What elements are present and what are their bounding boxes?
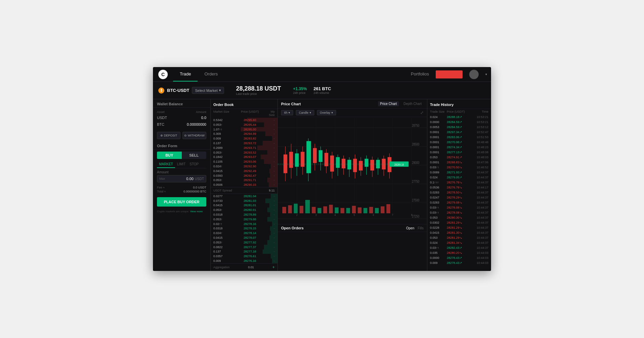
wallet-balance: Asset Amount USDT 0.0 BTC 0.00000000 — [153, 108, 210, 130]
th-row: 0.0001 28268.83↘ 10:47:06 — [427, 160, 491, 165]
svg-text:7: 7 — [392, 213, 393, 217]
aggregation-plus-button[interactable]: + — [272, 265, 275, 270]
ob-title: Order Book — [213, 103, 234, 107]
overlay-button[interactable]: Overlay ▾ — [317, 110, 336, 115]
tab-trade[interactable]: Trade — [173, 67, 198, 81]
th-row: 0.0283 28279.08↘ 10:44:37 — [427, 200, 491, 205]
ob-bid-row: 0.0415 28281.01 - — [211, 203, 277, 208]
ob-ask-row: 0.1842 28293.07 - — [211, 155, 277, 159]
app-header: C Trade Orders Portfolios ▾ — [153, 67, 491, 82]
th-row: 0.0089 28271.93↗ 10:44:37 — [427, 170, 491, 175]
sell-tab[interactable]: SELL — [182, 152, 207, 159]
ob-ask-row: 0.5342 28295.60 - — [211, 118, 277, 122]
price-change: +1.35% — [293, 87, 307, 91]
withdraw-icon: ⊖ — [184, 134, 187, 137]
amount-label: Amount — [153, 170, 210, 175]
candle-type-chevron-icon: ▾ — [310, 111, 311, 114]
ob-bid-row: 0.053↑ 28279.88 - — [211, 217, 277, 222]
depth-chart-tab[interactable]: Depth Chart — [401, 101, 424, 106]
ob-bid-row: 0.137 28277.18 - — [211, 249, 277, 254]
market-tab[interactable]: MARKET — [157, 161, 175, 168]
buy-tab[interactable]: BUY — [157, 152, 182, 159]
svg-text:27250: 27250 — [412, 214, 420, 219]
th-row: 0.1↑↑↑ 28276.78↘ 10:44:37 — [427, 180, 491, 185]
svg-rect-26 — [301, 152, 304, 167]
svg-text:4: 4 — [334, 213, 336, 217]
ob-ask-row: 0.1105 28293.06 - — [211, 159, 277, 164]
svg-rect-66 — [318, 208, 321, 213]
svg-text:5: 5 — [354, 213, 355, 217]
timeframe-button[interactable]: 6h ▾ — [281, 110, 293, 115]
tab-portfolios[interactable]: Portfolios — [404, 67, 436, 81]
order-details: Fee ≈ 0.0 USDT Total ≈ 0.00000000 BTC — [153, 184, 210, 195]
wallet-btc-asset: BTC — [157, 122, 164, 126]
oo-fills-tab[interactable]: Fills — [418, 226, 424, 230]
pair-name: BTC-USDT — [167, 88, 189, 93]
deposit-label: DEPOSIT — [164, 134, 177, 137]
price-chart-tab[interactable]: Price Chart — [378, 101, 399, 106]
volume-block: 261 BTC 24h volume — [314, 86, 331, 95]
ob-ask-row: 0.0393 28292.47 - — [211, 173, 277, 178]
spread-row: USDT Spread 9.11 — [211, 187, 277, 194]
ob-bid-row: 0.0357 28276.61 - — [211, 254, 277, 259]
ob-bid-row: 0.024↑ 28278.14 - — [211, 231, 277, 235]
svg-rect-71 — [346, 208, 350, 213]
th-row: 0.03↑↑ 28278.08↘ 10:44:37 — [427, 210, 491, 215]
spread-label: USDT Spread — [213, 189, 232, 192]
svg-rect-74 — [364, 208, 367, 213]
order-book: Order Book Market Size Price (USDT) My S… — [211, 99, 278, 271]
ob-bid-row: 0.0277 28281.04 - — [211, 194, 277, 199]
ob-bid-row: 0.02↑↑ 28278.16 - — [211, 222, 277, 226]
svg-text:6: 6 — [373, 213, 374, 217]
ob-ask-row: 1.07↑↑ 28295.00 - — [211, 127, 277, 132]
pair-info: ₿ BTC-USDT Select Market ▾ — [158, 87, 224, 94]
user-avatar[interactable] — [469, 70, 479, 79]
timeframe-label: 6h — [284, 111, 287, 114]
svg-rect-38 — [336, 157, 339, 168]
withdraw-button[interactable]: ⊖ WITHDRAW — [182, 132, 206, 139]
chart-svg: 28750 28500 28000 27750 27500 27250 — [278, 117, 427, 224]
th-row: 0.0302 28281.29↘ 10:44:37 — [427, 220, 491, 225]
ob-ask-row: 0.0506 28290.15 - — [211, 182, 277, 187]
place-order-button[interactable]: PLACE BUY ORDER — [157, 197, 206, 207]
chart-tabs: Price Chart Depth Chart — [378, 101, 424, 106]
overlay-label: Overlay — [320, 111, 330, 114]
amount-input[interactable] — [166, 177, 194, 181]
candle-type-button[interactable]: Candle ▾ — [296, 110, 314, 115]
volume-label: 24h volume — [314, 91, 331, 95]
max-label[interactable]: Max — [159, 177, 165, 180]
ob-rows: 0.5342 28295.60 - 0.053↑ 28295.44 - 1.07… — [211, 118, 277, 263]
th-row: 0.053 28274.91↗ 10:48:03 — [427, 155, 491, 160]
ob-ask-row: 0.024↑ 28292.90 - — [211, 164, 277, 169]
expand-icon[interactable]: ⤢ — [420, 110, 424, 115]
last-price: 28,288.18 USDT — [236, 85, 281, 92]
balance-bar — [436, 70, 463, 78]
wallet-usdt-row: USDT 0.0 — [153, 114, 210, 121]
th-row: 0.0001 28274.34↗ 10:48:23 — [427, 145, 491, 150]
deposit-button[interactable]: ⊕ DEPOSIT — [157, 132, 180, 139]
svg-text:28500: 28500 — [412, 142, 420, 146]
svg-text:28750: 28750 — [412, 123, 420, 127]
view-more-link[interactable]: View more — [190, 210, 203, 213]
oo-open-tab[interactable]: Open — [406, 226, 414, 230]
th-row: 0.0000 28284.59↗ 10:53:21 — [427, 119, 491, 124]
th-col-size: Trade Size — [430, 110, 447, 113]
select-market-button[interactable]: Select Market ▾ — [192, 87, 224, 94]
ob-ask-row: 0.309 28294.99 - — [211, 131, 277, 136]
chevron-down-icon[interactable]: ▾ — [485, 72, 487, 76]
tab-orders[interactable]: Orders — [198, 67, 224, 81]
amount-currency: USDT — [195, 177, 204, 181]
wallet-actions: ⊕ DEPOSIT ⊖ WITHDRAW — [153, 130, 210, 141]
ob-bid-row: 0.0415 28278.07 - — [211, 235, 277, 240]
th-row: 0.0001 28270.98↗ 10:48:48 — [427, 139, 491, 145]
fee-row: Fee ≈ 0.0 USDT — [157, 186, 206, 189]
ob-bid-row: 0.053↑ 28277.92 - — [211, 240, 277, 245]
svg-rect-48 — [365, 159, 368, 167]
limit-tab[interactable]: LIMIT — [175, 161, 188, 168]
stop-tab[interactable]: STOP — [187, 161, 201, 168]
svg-rect-32 — [319, 150, 322, 162]
aggregation-value: 0.01 — [248, 266, 254, 269]
btc-icon: ₿ — [158, 88, 164, 94]
chart-title: Price Chart — [281, 102, 301, 106]
select-market-chevron-icon: ▾ — [219, 88, 221, 93]
